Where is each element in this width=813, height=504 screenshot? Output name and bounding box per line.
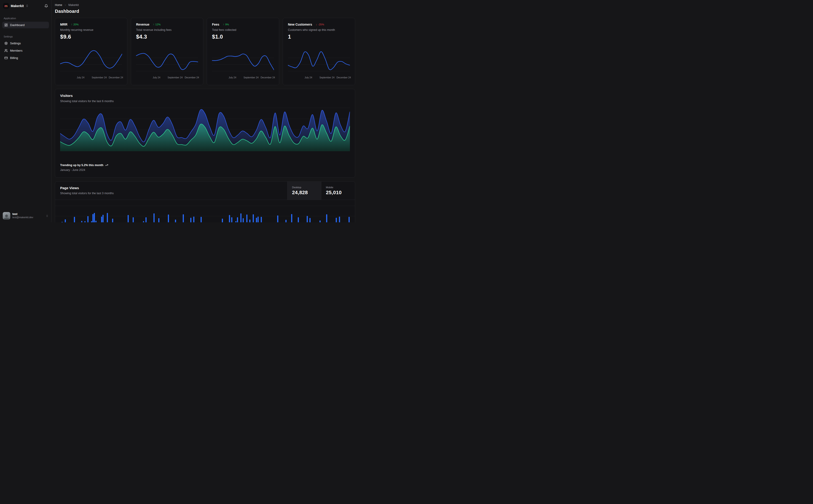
bar: [101, 217, 102, 222]
main-content: Home Makerkit Dashboard MRR ↑20% Monthly…: [51, 0, 359, 222]
sparkline-chart: [136, 47, 198, 75]
visitors-card: Visitors Showing total visitors for the …: [55, 89, 355, 178]
sidebar-item-billing[interactable]: Billing: [2, 55, 49, 61]
trend-badge: ↑9%: [223, 23, 229, 26]
bar: [91, 221, 92, 222]
page-views-subtitle: Showing total visitors for the last 3 mo…: [60, 192, 282, 195]
breadcrumb-home-link[interactable]: Home: [55, 3, 62, 7]
dashboard-grid-icon: [4, 23, 8, 27]
bar: [112, 219, 113, 222]
trend-badge: ↑12%: [153, 23, 160, 26]
bar: [143, 221, 144, 222]
breadcrumb: Home Makerkit: [55, 3, 355, 7]
workspace-selector[interactable]: m Makerkit: [0, 0, 51, 9]
bar: [246, 215, 248, 222]
sidebar-item-dashboard[interactable]: Dashboard: [2, 22, 49, 28]
x-tick: September 24: [320, 76, 335, 79]
x-tick: December 24: [261, 76, 275, 79]
user-menu[interactable]: test test@makerkit.dev: [0, 209, 51, 222]
bar: [87, 216, 88, 222]
toggle-desktop[interactable]: Desktop 24,828: [287, 182, 321, 200]
user-email: test@makerkit.dev: [12, 216, 33, 219]
bar: [253, 214, 254, 222]
page-views-title: Page Views: [60, 186, 282, 190]
gear-icon: [4, 42, 8, 45]
bar: [339, 217, 340, 222]
sidebar-item-members[interactable]: Members: [2, 47, 49, 54]
arrow-down-icon: ↓: [316, 23, 317, 26]
bar: [128, 215, 129, 222]
visitors-date-range: January - June 2024: [60, 168, 108, 172]
avatar: [3, 212, 10, 220]
bar: [320, 220, 321, 222]
x-tick: December 24: [336, 76, 351, 79]
toggle-mobile[interactable]: Mobile 25,010: [321, 182, 355, 200]
x-tick: December 24: [184, 76, 199, 79]
sparkline-x-labels: July 24 September 24 December 24: [212, 76, 274, 79]
x-tick: December 24: [109, 76, 123, 79]
stat-value: 25,010: [326, 190, 350, 196]
bar: [65, 219, 66, 222]
bar: [291, 214, 292, 222]
bar: [200, 217, 202, 222]
trend-badge: ↑20%: [71, 23, 79, 26]
page-views-bar-chart[interactable]: [55, 200, 355, 222]
bar: [258, 217, 259, 222]
arrow-up-icon: ↑: [153, 23, 154, 26]
sidebar-item-settings[interactable]: Settings: [2, 40, 49, 47]
bar: [336, 218, 337, 222]
sidebar-item-label: Members: [10, 49, 22, 52]
x-tick: September 24: [167, 76, 183, 79]
bar: [249, 220, 251, 222]
bar: [84, 221, 85, 222]
sidebar-nav: Application Dashboard Settings Settings …: [0, 9, 51, 62]
stat-card-mrr: MRR ↑20% Monthly recurring revenue $9.6 …: [55, 18, 127, 85]
bar: [237, 217, 238, 222]
bar: [229, 215, 230, 222]
stat-value: 24,828: [292, 190, 317, 196]
makerkit-logo: m: [3, 3, 9, 9]
sparkline-chart: [60, 47, 122, 75]
breadcrumb-current: Makerkit: [68, 3, 79, 7]
nav-section-settings: Settings: [2, 35, 49, 38]
stat-value: $9.6: [60, 34, 122, 40]
bar: [92, 214, 93, 222]
sidebar-item-label: Settings: [10, 42, 21, 45]
sparkline-x-labels: July 24 September 24 December 24: [288, 76, 350, 79]
bar: [231, 217, 232, 222]
bar: [95, 221, 96, 222]
visitors-trend-text: Trending up by 5.2% this month: [60, 164, 103, 167]
chevrons-up-down-icon: [46, 215, 48, 217]
arrow-up-icon: ↑: [71, 23, 72, 26]
bar: [153, 213, 154, 222]
stat-value: 1: [288, 34, 350, 40]
notifications-bell-icon[interactable]: [44, 4, 48, 8]
stat-title: Fees: [212, 23, 219, 26]
bar: [158, 218, 159, 222]
users-icon: [4, 49, 8, 52]
stat-label: Mobile: [326, 186, 350, 189]
stat-card-revenue: Revenue ↑12% Total revenue including fee…: [131, 18, 203, 85]
sidebar: m Makerkit Application Dashboard Setting…: [0, 0, 51, 222]
visitors-area-chart[interactable]: [60, 107, 350, 151]
x-tick: September 24: [92, 76, 107, 79]
chevron-right-icon: [64, 4, 66, 6]
stat-subtitle: Total fees collected: [212, 28, 274, 32]
stat-title: MRR: [60, 23, 67, 26]
bar: [145, 217, 146, 222]
user-name: test: [12, 212, 33, 216]
chevrons-up-down-icon: [26, 4, 29, 7]
bar: [243, 218, 244, 222]
bar: [133, 217, 134, 222]
nav-section-application: Application: [2, 17, 49, 20]
stat-value: $4.3: [136, 34, 198, 40]
stat-title: Revenue: [136, 23, 149, 26]
bar: [81, 221, 82, 222]
sparkline-chart: [288, 47, 350, 75]
bar: [240, 213, 242, 222]
page-views-card: Page Views Showing total visitors for th…: [55, 181, 355, 222]
trending-up-icon: [105, 164, 108, 167]
bar: [193, 217, 194, 222]
bar: [222, 219, 223, 222]
bar: [256, 218, 257, 222]
